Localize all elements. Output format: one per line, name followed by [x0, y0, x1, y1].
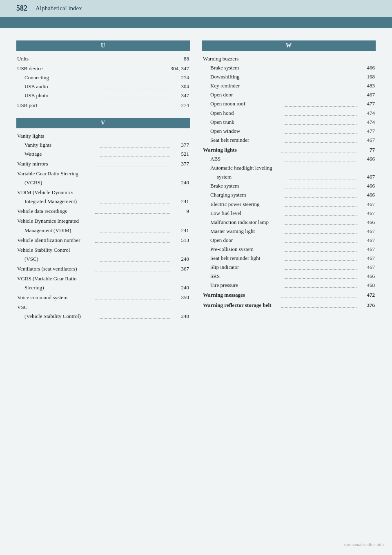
index-entry-bold: Warning reflector storage belt 376: [202, 301, 376, 310]
entry-warning-lights: Warning lights 77 ABS 466 Automatic head…: [202, 145, 376, 290]
index-sub-entry: Brake system 466: [202, 181, 376, 190]
index-sub-entry: (VGRS) 240: [16, 178, 190, 187]
index-sub-entry: (VSC) 240: [16, 255, 190, 264]
entry-vsc: VSC (Vehicle Stability Control) 240: [16, 303, 190, 321]
index-sub-entry: Automatic headlight leveling: [202, 163, 376, 172]
entry-units: Units 88: [16, 54, 190, 63]
index-sub-entry: Key reminder 483: [202, 81, 376, 90]
index-entry: VGRS (Variable Gear Ratio: [16, 274, 190, 283]
index-sub-entry: Downshifting 168: [202, 72, 376, 81]
index-sub-entry: Open trunk 474: [202, 118, 376, 127]
index-sub-entry: Integrated Management) 241: [16, 197, 190, 206]
entry-voice-command: Voice command system 350: [16, 293, 190, 302]
index-entry: Vanity mirrors 377: [16, 159, 190, 168]
page-number: 582: [16, 4, 27, 13]
header-bar: 582 Alphabetical index: [0, 0, 392, 17]
index-entry: Vanity lights: [16, 132, 190, 141]
entry-vanity-lights: Vanity lights Vanity lights 377 Wattage …: [16, 132, 190, 159]
index-sub-entry: Slip indicator 467: [202, 263, 376, 272]
index-sub-entry: Electric power steering 467: [202, 200, 376, 209]
index-sub-entry: Open door 467: [202, 90, 376, 99]
entry-warning-reflector: Warning reflector storage belt 376: [202, 301, 376, 310]
index-sub-entry: Seat belt reminder 467: [202, 136, 376, 145]
index-entry: Vehicle identification number 513: [16, 236, 190, 245]
page-title: Alphabetical index: [36, 5, 82, 12]
entry-usb-device: USB device 304, 347 Connecting 274 USB a…: [16, 64, 190, 100]
index-entry-bold: Warning messages 472: [202, 291, 376, 300]
entry-ventilators: Ventilators (seat ventilators) 367: [16, 264, 190, 273]
entry-vehicle-id: Vehicle identification number 513: [16, 236, 190, 245]
index-entry: Vehicle Stability Control: [16, 246, 190, 255]
blue-band: [0, 17, 392, 28]
index-sub-entry: Steering) 240: [16, 283, 190, 292]
index-entry: Ventilators (seat ventilators) 367: [16, 264, 190, 273]
right-column: W Warning buzzers Brake system 466 Downs…: [202, 40, 376, 322]
index-entry: USB port 274: [16, 101, 190, 110]
left-column: U Units 88 USB device 304, 347 Connectin…: [16, 40, 190, 322]
entry-warning-messages: Warning messages 472: [202, 291, 376, 300]
index-sub-entry: Open hood 474: [202, 109, 376, 118]
index-sub-entry: Pre-collision system 467: [202, 245, 376, 254]
page-container: 582 Alphabetical index U Units 88 USB de…: [0, 0, 392, 555]
index-entry: Vehicle data recordings 9: [16, 207, 190, 216]
entry-warning-buzzers: Warning buzzers Brake system 466 Downshi…: [202, 54, 376, 145]
index-entry: Voice command system 350: [16, 293, 190, 302]
index-sub-entry: SRS 466: [202, 272, 376, 281]
index-sub-entry: Low fuel level 467: [202, 209, 376, 218]
index-sub-entry: Open moon roof 477: [202, 99, 376, 108]
index-sub-sub-entry: system 467: [202, 172, 376, 181]
section-header-w: W: [202, 40, 376, 51]
index-sub-entry: Brake system 466: [202, 63, 376, 72]
index-entry-bold: Warning lights 77: [202, 145, 376, 154]
index-sub-entry: (Vehicle Stability Control) 240: [16, 312, 190, 321]
index-sub-entry: USB audio 304: [16, 82, 190, 91]
entry-variable-gear: Variable Gear Ratio Steering (VGRS) 240: [16, 169, 190, 187]
index-entry: Variable Gear Ratio Steering: [16, 169, 190, 178]
index-sub-entry: ABS 466: [202, 154, 376, 163]
index-entry: USB device 304, 347: [16, 64, 190, 73]
content-area: U Units 88 USB device 304, 347 Connectin…: [0, 28, 392, 334]
entry-vanity-mirrors: Vanity mirrors 377: [16, 159, 190, 168]
index-sub-entry: Malfunction indicator lamp 466: [202, 218, 376, 227]
entry-vehicle-data: Vehicle data recordings 9: [16, 207, 190, 216]
index-sub-entry: Wattage 521: [16, 150, 190, 159]
index-entry: Vehicle Dynamics Integrated: [16, 217, 190, 226]
index-sub-entry: Vanity lights 377: [16, 141, 190, 150]
index-sub-entry: Open window 477: [202, 127, 376, 136]
index-sub-entry: Open door 467: [202, 236, 376, 245]
index-sub-entry: Master warning light 467: [202, 227, 376, 236]
index-entry: Warning buzzers: [202, 54, 376, 63]
watermark: carmanualsonline.info: [344, 542, 384, 547]
index-sub-entry: Management (VDIM) 241: [16, 226, 190, 235]
section-header-v: V: [16, 118, 190, 128]
entry-vgrs: VGRS (Variable Gear Ratio Steering) 240: [16, 274, 190, 292]
entry-usb-port: USB port 274: [16, 101, 190, 110]
entry-vdim: VDIM (Vehicle Dynamics Integrated Manage…: [16, 188, 190, 206]
index-entry: VSC: [16, 303, 190, 312]
index-entry: Units 88: [16, 54, 190, 63]
index-entry: VDIM (Vehicle Dynamics: [16, 188, 190, 197]
entry-vehicle-stability: Vehicle Stability Control (VSC) 240: [16, 246, 190, 264]
index-sub-entry: Tire pressure 468: [202, 281, 376, 290]
index-sub-entry: Connecting 274: [16, 73, 190, 82]
index-sub-entry: Seat belt reminder light 467: [202, 254, 376, 263]
entry-vehicle-dynamics: Vehicle Dynamics Integrated Management (…: [16, 217, 190, 235]
index-sub-entry: Charging system 466: [202, 190, 376, 199]
section-header-u: U: [16, 40, 190, 51]
index-sub-entry: USB photo 347: [16, 91, 190, 100]
